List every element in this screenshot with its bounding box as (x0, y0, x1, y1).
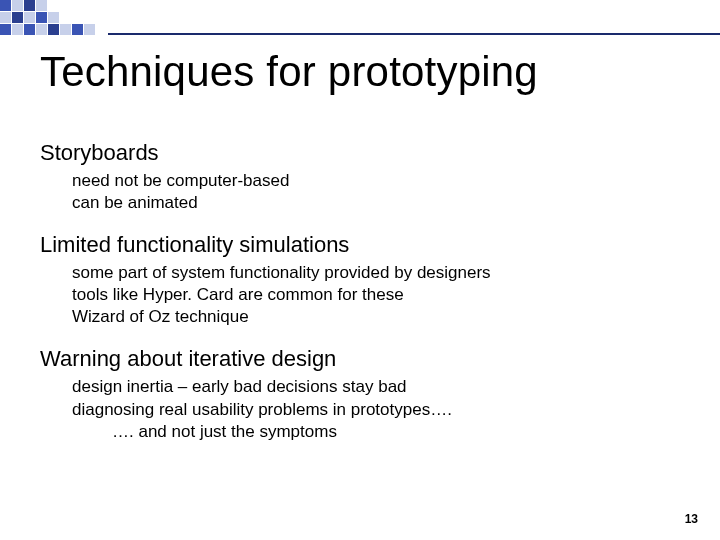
deco-square (72, 12, 83, 23)
deco-square (12, 24, 23, 35)
deco-square (84, 12, 95, 23)
deco-square (24, 12, 35, 23)
title-rule (108, 33, 720, 35)
page-number: 13 (685, 512, 698, 526)
deco-square (24, 0, 35, 11)
bullet-text: diagnosing real usability problems in pr… (72, 399, 680, 421)
deco-square (84, 24, 95, 35)
deco-square (72, 24, 83, 35)
deco-square (60, 0, 71, 11)
deco-square (96, 24, 107, 35)
deco-square (36, 24, 47, 35)
deco-square (60, 12, 71, 23)
bullet-text: Wizard of Oz technique (72, 306, 680, 328)
deco-square (36, 0, 47, 11)
section-head: Storyboards (40, 140, 680, 166)
deco-square (0, 0, 11, 11)
deco-square (84, 0, 95, 11)
deco-square (48, 12, 59, 23)
bullet-text: some part of system functionality provid… (72, 262, 680, 284)
bullet-text: design inertia – early bad decisions sta… (72, 376, 680, 398)
deco-square (36, 12, 47, 23)
deco-square (0, 12, 11, 23)
corner-decoration (0, 0, 107, 35)
deco-square (96, 12, 107, 23)
bullet-text: can be animated (72, 192, 680, 214)
bullet-text: tools like Hyper. Card are common for th… (72, 284, 680, 306)
deco-square (72, 0, 83, 11)
deco-square (12, 0, 23, 11)
deco-square (48, 0, 59, 11)
section-head: Limited functionality simulations (40, 232, 680, 258)
deco-square (24, 24, 35, 35)
deco-square (96, 0, 107, 11)
section-head: Warning about iterative design (40, 346, 680, 372)
bullet-text: need not be computer-based (72, 170, 680, 192)
slide-content: Storyboards need not be computer-based c… (40, 140, 680, 443)
deco-square (60, 24, 71, 35)
slide-title: Techniques for prototyping (40, 48, 538, 96)
deco-square (48, 24, 59, 35)
deco-square (0, 24, 11, 35)
bullet-text-indent: …. and not just the symptoms (112, 421, 680, 443)
deco-square (12, 12, 23, 23)
